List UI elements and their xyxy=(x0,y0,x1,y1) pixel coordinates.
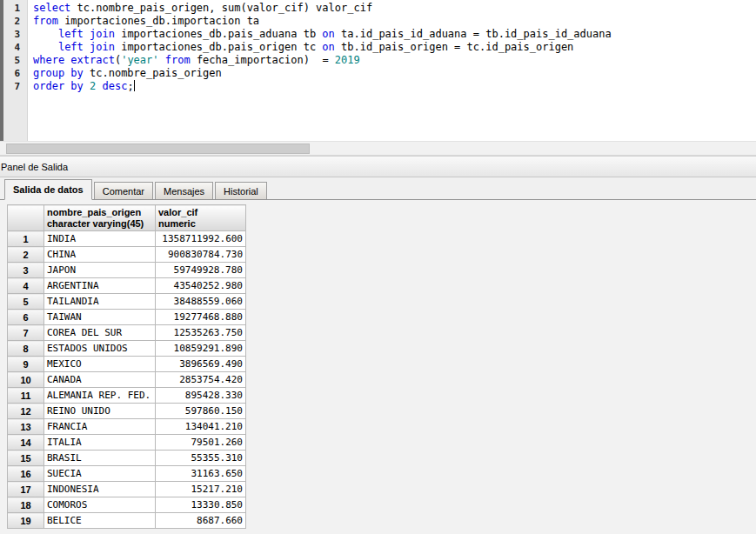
cell-nombre-pais-origen[interactable]: ITALIA xyxy=(44,435,156,451)
grid-header-row: nombre_pais_origencharacter varying(45)v… xyxy=(8,205,246,231)
sql-token-kw: on xyxy=(322,28,334,40)
row-number[interactable]: 10 xyxy=(8,372,44,388)
line-text: left join importaciones_db.pais_origen t… xyxy=(28,41,573,54)
row-number[interactable]: 1 xyxy=(8,231,44,247)
output-panel-title: Panel de Salida xyxy=(1,162,68,172)
sql-token-kw: on xyxy=(322,41,334,53)
sql-token-plain: ; xyxy=(127,80,133,92)
row-number[interactable]: 19 xyxy=(8,513,44,529)
cell-nombre-pais-origen[interactable]: JAPON xyxy=(44,263,156,278)
row-number[interactable]: 16 xyxy=(8,466,44,482)
line-text: group by tc.nombre_pais_origen xyxy=(28,67,222,80)
cell-valor-cif[interactable]: 3896569.490 xyxy=(156,357,246,372)
cell-nombre-pais-origen[interactable]: BRASIL xyxy=(44,451,156,466)
cell-valor-cif[interactable]: 2853754.420 xyxy=(156,372,246,388)
row-number[interactable]: 15 xyxy=(8,451,44,466)
row-number[interactable]: 17 xyxy=(8,482,44,497)
tab-comentar[interactable]: Comentar xyxy=(94,182,153,199)
cell-nombre-pais-origen[interactable]: COREA DEL SUR xyxy=(44,325,156,341)
cell-valor-cif[interactable]: 8687.660 xyxy=(156,513,246,529)
cell-nombre-pais-origen[interactable]: CANADA xyxy=(44,372,156,388)
editor-lines: 1select tc.nombre_pais_origen, sum(valor… xyxy=(0,2,756,93)
cell-valor-cif[interactable]: 1358711992.600 xyxy=(156,231,246,247)
row-number[interactable]: 2 xyxy=(8,247,44,263)
row-number[interactable]: 14 xyxy=(8,435,44,451)
cell-valor-cif[interactable]: 13330.850 xyxy=(156,497,246,513)
cell-nombre-pais-origen[interactable]: CHINA xyxy=(44,247,156,263)
cell-nombre-pais-origen[interactable]: MEXICO xyxy=(44,357,156,372)
cell-valor-cif[interactable]: 43540252.980 xyxy=(156,278,246,294)
cell-valor-cif[interactable]: 12535263.750 xyxy=(156,325,246,341)
row-number[interactable]: 12 xyxy=(8,404,44,419)
cell-nombre-pais-origen[interactable]: INDONESIA xyxy=(44,482,156,497)
row-number[interactable]: 11 xyxy=(8,388,44,404)
cell-valor-cif[interactable]: 900830784.730 xyxy=(156,247,246,263)
sql-token-kw: desc xyxy=(103,80,128,92)
table-row: 1INDIA1358711992.600 xyxy=(8,231,246,247)
cell-valor-cif[interactable]: 10859291.890 xyxy=(156,341,246,357)
cell-nombre-pais-origen[interactable]: SUECIA xyxy=(44,466,156,482)
editor-line: 3 left join importaciones_db.pais_aduana… xyxy=(0,28,756,41)
cell-nombre-pais-origen[interactable]: REINO UNIDO xyxy=(44,404,156,419)
table-row: 18COMOROS13330.850 xyxy=(8,497,246,513)
scrollbar-thumb[interactable] xyxy=(6,144,310,154)
row-number[interactable]: 9 xyxy=(8,357,44,372)
cell-nombre-pais-origen[interactable]: BELICE xyxy=(44,513,156,529)
cell-valor-cif[interactable]: 31163.650 xyxy=(156,466,246,482)
table-row: 15BRASIL55355.310 xyxy=(8,451,246,466)
sql-token-plain: tb.id_pais_origen = tc.id_pais_origen xyxy=(335,41,574,53)
cell-nombre-pais-origen[interactable]: FRANCIA xyxy=(44,419,156,435)
cell-nombre-pais-origen[interactable]: ESTADOS UNIDOS xyxy=(44,341,156,357)
cell-nombre-pais-origen[interactable]: ARGENTINA xyxy=(44,278,156,294)
editor-horizontal-scrollbar[interactable] xyxy=(0,141,756,156)
row-number[interactable]: 18 xyxy=(8,497,44,513)
cell-valor-cif[interactable]: 19277468.880 xyxy=(156,310,246,325)
row-number[interactable]: 6 xyxy=(8,310,44,325)
cell-valor-cif[interactable]: 79501.260 xyxy=(156,435,246,451)
line-text: select tc.nombre_pais_origen, sum(valor_… xyxy=(28,2,372,15)
sql-token-plain xyxy=(159,54,165,66)
cell-valor-cif[interactable]: 134041.210 xyxy=(156,419,246,435)
sql-token-plain: ta.id_pais_id_aduana = tb.id_pais_id_adu… xyxy=(335,28,612,40)
row-number[interactable]: 7 xyxy=(8,325,44,341)
sql-token-plain xyxy=(96,80,102,92)
tab-historial[interactable]: Historial xyxy=(215,182,267,199)
tab-mensajes[interactable]: Mensajes xyxy=(155,182,213,199)
cell-valor-cif[interactable]: 38488559.060 xyxy=(156,294,246,310)
sql-token-kw: left join xyxy=(58,28,115,40)
cell-valor-cif[interactable]: 55355.310 xyxy=(156,451,246,466)
grid-corner-cell[interactable] xyxy=(8,205,44,231)
table-row: 14ITALIA79501.260 xyxy=(8,435,246,451)
tab-salida-de-datos[interactable]: Salida de datos xyxy=(4,179,92,200)
editor-line: 7order by 2 desc; xyxy=(0,80,756,93)
cell-nombre-pais-origen[interactable]: COMOROS xyxy=(44,497,156,513)
table-row: 7COREA DEL SUR12535263.750 xyxy=(8,325,246,341)
cell-nombre-pais-origen[interactable]: ALEMANIA REP. FED. xyxy=(44,388,156,404)
cell-valor-cif[interactable]: 59749928.780 xyxy=(156,263,246,278)
column-header-nombre_pais_origen[interactable]: nombre_pais_origencharacter varying(45) xyxy=(44,205,156,231)
editor-line: 5where extract('year' from fecha_importa… xyxy=(0,54,756,67)
row-number[interactable]: 3 xyxy=(8,263,44,278)
cell-nombre-pais-origen[interactable]: TAILANDIA xyxy=(44,294,156,310)
line-number: 5 xyxy=(0,54,28,67)
row-number[interactable]: 13 xyxy=(8,419,44,435)
editor-line: 1select tc.nombre_pais_origen, sum(valor… xyxy=(0,2,756,15)
cell-valor-cif[interactable]: 895428.330 xyxy=(156,388,246,404)
column-header-valor_cif[interactable]: valor_cifnumeric xyxy=(156,205,246,231)
cell-nombre-pais-origen[interactable]: TAIWAN xyxy=(44,310,156,325)
cell-nombre-pais-origen[interactable]: INDIA xyxy=(44,231,156,247)
cell-valor-cif[interactable]: 15217.210 xyxy=(156,482,246,497)
table-row: 10CANADA2853754.420 xyxy=(8,372,246,388)
sql-token-kw: where xyxy=(33,54,64,66)
column-type: numeric xyxy=(158,218,243,230)
table-row: 17INDONESIA15217.210 xyxy=(8,482,246,497)
cell-valor-cif[interactable]: 597860.150 xyxy=(156,404,246,419)
sql-editor[interactable]: 1select tc.nombre_pais_origen, sum(valor… xyxy=(0,0,756,141)
row-number[interactable]: 5 xyxy=(8,294,44,310)
row-number[interactable]: 8 xyxy=(8,341,44,357)
output-tabs: Salida de datosComentarMensajesHistorial xyxy=(0,177,756,200)
line-number: 3 xyxy=(0,28,28,41)
line-text: from importaciones_db.importacion ta xyxy=(28,15,259,28)
sql-token-plain: importaciones_db.importacion ta xyxy=(58,15,259,27)
row-number[interactable]: 4 xyxy=(8,278,44,294)
